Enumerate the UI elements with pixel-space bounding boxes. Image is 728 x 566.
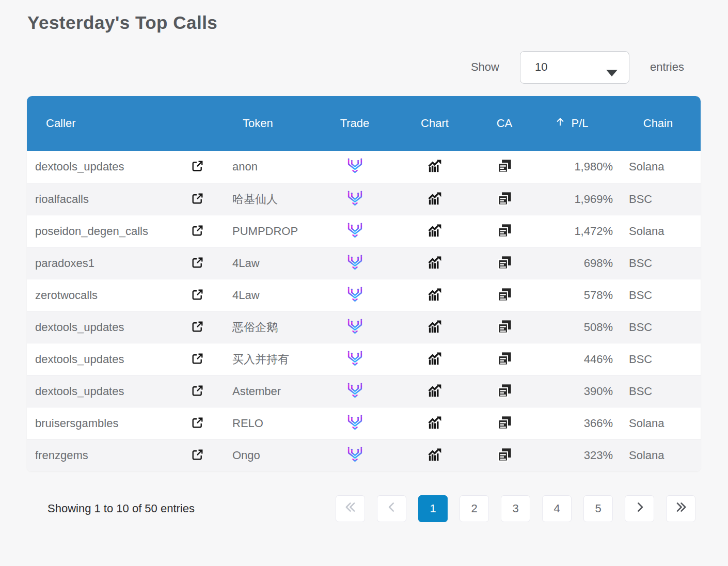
ca-copy-button[interactable] [497, 223, 513, 240]
trade-button[interactable] [345, 221, 365, 242]
maestro-logo-icon [345, 413, 365, 434]
ca-copy-button[interactable] [497, 319, 513, 336]
table-body: dextools_updates anon [27, 151, 701, 471]
caller-link-button[interactable] [191, 159, 204, 175]
caller-link-button[interactable] [191, 448, 204, 463]
open-in-new-icon [191, 192, 204, 207]
caller-link-button[interactable] [191, 416, 204, 431]
copy-contract-icon [497, 158, 513, 176]
table-row: bruisersgambles RELO [27, 407, 701, 439]
page-button-3[interactable]: 3 [501, 495, 530, 522]
chart-button[interactable] [427, 223, 443, 240]
next-page-button[interactable] [625, 495, 654, 522]
maestro-logo-icon [345, 381, 365, 402]
copy-contract-icon [497, 351, 513, 368]
ca-copy-button[interactable] [497, 287, 513, 304]
maestro-logo-icon [345, 349, 365, 370]
maestro-logo-icon [345, 317, 365, 338]
trade-button[interactable] [345, 349, 365, 370]
page-button-1[interactable]: 1 [418, 495, 448, 522]
chart-button[interactable] [427, 255, 443, 272]
ca-copy-button[interactable] [497, 383, 513, 400]
caller-name: zerotwocalls [35, 289, 98, 302]
column-header-chart[interactable]: Chart [388, 117, 481, 130]
chart-button[interactable] [427, 383, 443, 400]
chart-button[interactable] [427, 351, 443, 368]
caller-link-button[interactable] [191, 320, 204, 335]
chart-button[interactable] [427, 415, 443, 432]
entries-control: Show 10 entries [27, 51, 684, 84]
pl-value: 578% [584, 289, 613, 302]
caller-link-button[interactable] [191, 256, 204, 271]
table-row: frenzgems Ongo [27, 439, 701, 471]
token-name: PUMPDROP [232, 225, 298, 238]
top-calls-table: Caller Token Trade Chart CA P/L Chain de… [27, 96, 701, 471]
pl-value: 323% [584, 449, 613, 462]
maestro-logo-icon [345, 285, 365, 306]
chart-button[interactable] [427, 447, 443, 464]
chart-button[interactable] [427, 287, 443, 304]
pl-value: 1,969% [574, 193, 613, 206]
copy-contract-icon [497, 383, 513, 400]
chain-value: BSC [629, 321, 652, 334]
token-name: 恶俗企鹅 [232, 320, 278, 335]
token-name: anon [232, 160, 258, 174]
ca-copy-button[interactable] [497, 415, 513, 432]
column-header-ca[interactable]: CA [481, 117, 528, 130]
page-numbers: 12345 [418, 495, 613, 522]
trending-bar-chart-icon [427, 415, 443, 432]
page-size-select[interactable]: 10 [520, 51, 629, 84]
trade-button[interactable] [345, 317, 365, 338]
caller-name: paradoxes1 [35, 257, 94, 270]
ca-copy-button[interactable] [497, 447, 513, 464]
column-header-caller[interactable]: Caller [27, 117, 177, 130]
page-button-2[interactable]: 2 [460, 495, 489, 522]
caret-down-icon [606, 66, 618, 80]
table-row: dextools_updates 恶俗企鹅 [27, 311, 701, 343]
chart-button[interactable] [427, 158, 443, 176]
open-in-new-icon [191, 288, 204, 303]
first-page-icon [344, 500, 357, 517]
trade-button[interactable] [345, 413, 365, 434]
column-header-trade[interactable]: Trade [321, 117, 388, 130]
caller-link-button[interactable] [191, 192, 204, 207]
trade-button[interactable] [345, 445, 365, 466]
table-row: dextools_updates Astember [27, 375, 701, 407]
pl-value: 698% [584, 257, 613, 270]
page-button-4[interactable]: 4 [542, 495, 572, 522]
chart-button[interactable] [427, 319, 443, 336]
token-name: 哈基仙人 [232, 192, 278, 207]
prev-page-button[interactable] [377, 495, 406, 522]
ca-copy-button[interactable] [497, 158, 513, 176]
trade-button[interactable] [345, 253, 365, 274]
pl-value: 508% [584, 321, 613, 334]
table-row: paradoxes1 4Law [27, 247, 701, 279]
trending-bar-chart-icon [427, 351, 443, 368]
trade-button[interactable] [345, 189, 365, 210]
page-size-value: 10 [535, 60, 547, 74]
ca-copy-button[interactable] [497, 191, 513, 208]
copy-contract-icon [497, 319, 513, 336]
open-in-new-icon [191, 159, 204, 175]
trade-button[interactable] [345, 156, 365, 177]
showing-status: Showing 1 to 10 of 50 entries [27, 502, 195, 515]
open-in-new-icon [191, 416, 204, 431]
chart-button[interactable] [427, 191, 443, 208]
ca-copy-button[interactable] [497, 351, 513, 368]
trade-button[interactable] [345, 381, 365, 402]
caller-link-button[interactable] [191, 224, 204, 239]
column-header-pl[interactable]: P/L [528, 116, 615, 131]
caller-link-button[interactable] [191, 384, 204, 399]
column-header-token[interactable]: Token [218, 117, 321, 130]
chain-value: BSC [629, 289, 652, 302]
last-page-button[interactable] [666, 495, 695, 522]
ca-copy-button[interactable] [497, 255, 513, 272]
chain-value: BSC [629, 257, 652, 270]
first-page-button[interactable] [336, 495, 365, 522]
chain-value: Solana [629, 417, 664, 430]
trade-button[interactable] [345, 285, 365, 306]
caller-link-button[interactable] [191, 288, 204, 303]
caller-link-button[interactable] [191, 352, 204, 367]
page-button-5[interactable]: 5 [583, 495, 613, 522]
column-header-chain[interactable]: Chain [615, 117, 701, 130]
